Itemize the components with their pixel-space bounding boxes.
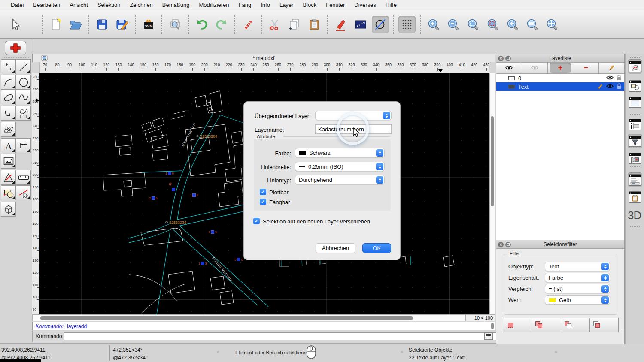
blank-window-button[interactable] bbox=[628, 95, 642, 109]
save-file-button[interactable] bbox=[94, 16, 111, 33]
vertical-scrollbar[interactable] bbox=[489, 73, 495, 314]
selected-text-highlight[interactable] bbox=[193, 194, 196, 197]
selected-text-highlight[interactable] bbox=[201, 262, 204, 265]
tool-construction[interactable] bbox=[1, 170, 16, 185]
tool-arc[interactable] bbox=[1, 75, 16, 90]
history-scroll-thumb[interactable] bbox=[491, 323, 494, 329]
command-window-button[interactable] bbox=[484, 332, 493, 340]
delete-tool-button[interactable] bbox=[240, 16, 257, 33]
print-preview-button[interactable] bbox=[167, 16, 184, 33]
lock-icon[interactable] bbox=[617, 75, 622, 81]
grid-toggle-button[interactable] bbox=[398, 16, 416, 33]
menu-diverses[interactable]: Diverses bbox=[349, 0, 381, 10]
selected-text-highlight[interactable] bbox=[237, 258, 240, 261]
select-subtract-button[interactable] bbox=[561, 318, 590, 332]
objects-window-button[interactable] bbox=[628, 78, 642, 93]
tool-trim[interactable] bbox=[16, 185, 31, 200]
line-type-popup[interactable]: Durchgehend bbox=[295, 175, 385, 184]
add-element-button[interactable] bbox=[5, 41, 26, 55]
zoom-fit-button[interactable] bbox=[465, 16, 482, 33]
paste-button[interactable] bbox=[306, 16, 323, 33]
open-file-button[interactable] bbox=[67, 16, 84, 33]
palette-drag-handle[interactable] bbox=[3, 57, 29, 58]
remove-layer-button[interactable]: − bbox=[573, 63, 599, 73]
filter-popup-vergleich-[interactable]: = (ist) bbox=[545, 284, 610, 293]
lock-icon[interactable] bbox=[617, 83, 622, 89]
list-window-button[interactable] bbox=[628, 117, 642, 132]
zoom-window-button[interactable] bbox=[524, 16, 541, 33]
eye-icon[interactable] bbox=[606, 75, 614, 80]
pointer-tool-button[interactable] bbox=[6, 16, 24, 33]
selected-text-highlight[interactable] bbox=[211, 231, 214, 234]
eye-icon[interactable] bbox=[505, 65, 513, 70]
tool-freehand[interactable] bbox=[16, 90, 31, 105]
tool-image[interactable] bbox=[1, 154, 16, 169]
zoom-in-button[interactable] bbox=[425, 16, 442, 33]
new-file-button[interactable] bbox=[47, 16, 64, 33]
line-width-popup[interactable]: 0.25mm (ISO) bbox=[295, 162, 385, 171]
command-window-button[interactable] bbox=[628, 172, 642, 187]
select-add-button[interactable] bbox=[532, 318, 561, 332]
command-input[interactable] bbox=[64, 332, 513, 340]
select-intersect-button[interactable] bbox=[590, 318, 618, 332]
menu-info[interactable]: Info bbox=[256, 0, 275, 10]
menu-block[interactable]: Block bbox=[298, 0, 321, 10]
tool-cube-3d[interactable] bbox=[1, 202, 16, 217]
redo-button[interactable] bbox=[213, 16, 230, 33]
vscroll-thumb[interactable] bbox=[491, 116, 494, 206]
clipboard-window-button[interactable] bbox=[628, 190, 642, 204]
hscroll-thumb[interactable] bbox=[40, 316, 413, 320]
eye-icon[interactable] bbox=[606, 84, 614, 89]
show-all-layers-button[interactable] bbox=[496, 63, 522, 73]
select-new-button[interactable] bbox=[503, 318, 532, 332]
tool-hatch[interactable] bbox=[1, 122, 16, 137]
circle-mode-button[interactable] bbox=[372, 16, 389, 33]
eye-icon[interactable] bbox=[531, 65, 538, 70]
cancel-button[interactable]: Abbrechen bbox=[316, 243, 355, 253]
tool-ellipse[interactable] bbox=[1, 90, 16, 105]
pencil-icon[interactable] bbox=[597, 83, 603, 89]
color-popup[interactable]: Schwarz bbox=[295, 148, 385, 157]
filter-window-button[interactable] bbox=[628, 134, 642, 148]
filter-popup-wert-[interactable]: Gelb bbox=[545, 295, 610, 305]
tool-combine[interactable] bbox=[1, 185, 16, 200]
zoom-out-button[interactable] bbox=[445, 16, 462, 33]
measure-rect-button[interactable] bbox=[352, 16, 369, 33]
hide-other-layers-button[interactable] bbox=[522, 63, 548, 73]
svg-export-button[interactable]: SVG bbox=[140, 16, 157, 33]
filter-popup-eigenschaft-[interactable]: Farbe bbox=[545, 273, 610, 282]
tool-line[interactable] bbox=[16, 59, 31, 74]
selected-text-highlight[interactable] bbox=[152, 197, 155, 200]
menu-hilfe[interactable]: Hilfe bbox=[381, 0, 401, 10]
3d-mode-button[interactable]: 3D bbox=[628, 209, 641, 222]
menu-selektion[interactable]: Selektion bbox=[93, 0, 125, 10]
horizontal-scrollbar[interactable] bbox=[32, 314, 466, 321]
menu-ansicht[interactable]: Ansicht bbox=[65, 0, 93, 10]
menu-fang[interactable]: Fang bbox=[234, 0, 256, 10]
layer-window-button[interactable] bbox=[628, 59, 642, 74]
copy-button[interactable] bbox=[286, 16, 303, 33]
menu-bearbeiten[interactable]: Bearbeiten bbox=[28, 0, 65, 10]
menu-modifizieren[interactable]: Modifizieren bbox=[194, 0, 234, 10]
tool-text[interactable]: A bbox=[1, 138, 16, 153]
tool-point[interactable] bbox=[1, 59, 16, 74]
menu-zeichnen[interactable]: Zeichnen bbox=[125, 0, 157, 10]
menu-layer[interactable]: Layer bbox=[275, 0, 298, 10]
layer-row-0[interactable]: 0 bbox=[496, 74, 624, 82]
filter-popup-objekttyp-[interactable]: Text bbox=[545, 262, 610, 271]
selected-text-highlight[interactable] bbox=[172, 188, 175, 191]
pan-button[interactable] bbox=[544, 16, 561, 33]
undo-button[interactable] bbox=[193, 16, 210, 33]
tool-dimension[interactable] bbox=[16, 138, 31, 153]
cut-button[interactable] bbox=[266, 16, 283, 33]
add-layer-button[interactable]: + bbox=[548, 63, 574, 73]
selected-text-highlight[interactable] bbox=[168, 172, 171, 175]
zoom-selection-button[interactable] bbox=[484, 16, 501, 33]
menu-fenster[interactable]: Fenster bbox=[321, 0, 349, 10]
pencil-icon[interactable] bbox=[609, 64, 615, 70]
plot-window-button[interactable] bbox=[628, 151, 642, 166]
ok-button[interactable]: OK bbox=[362, 243, 391, 253]
save-as-button[interactable] bbox=[113, 16, 131, 33]
tool-measure[interactable] bbox=[16, 170, 31, 185]
plottable-checkbox[interactable]: ✓ bbox=[260, 189, 266, 195]
